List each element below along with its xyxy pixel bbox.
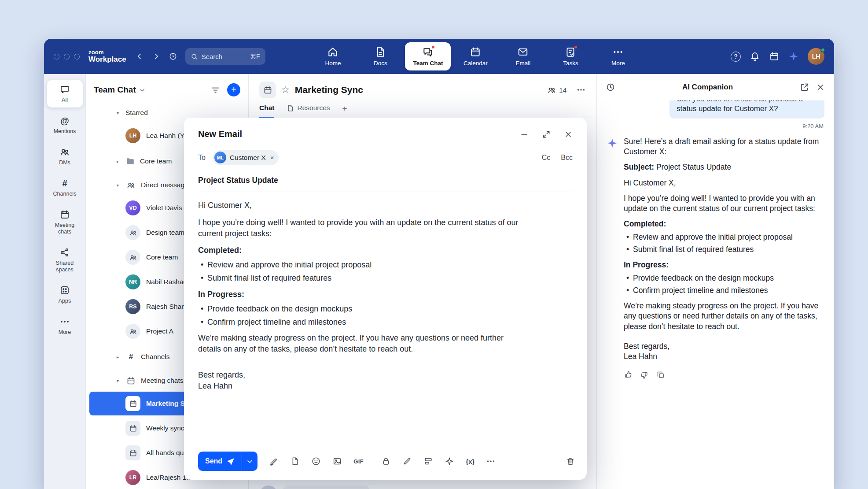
hash-icon: #	[59, 178, 70, 189]
fullscreen-window-button[interactable]	[74, 54, 80, 59]
zoom-workplace-logo: zoom Workplace	[88, 49, 126, 63]
recipient-chip[interactable]: ML Customer X ×	[213, 150, 279, 165]
help-icon[interactable]: ?	[731, 52, 741, 62]
pencil-icon[interactable]	[402, 456, 412, 466]
members-button[interactable]: 14	[547, 85, 566, 95]
nav-home[interactable]: Home	[310, 42, 356, 70]
avatar: VD	[125, 200, 140, 215]
nav-email[interactable]: Email	[500, 42, 546, 70]
email-body-editor[interactable]: Hi Customer X, I hope you’re doing well!…	[198, 200, 524, 445]
thumbs-down-icon[interactable]	[640, 370, 649, 379]
ai-compose-sparkle-icon[interactable]	[445, 456, 454, 466]
image-icon[interactable]	[332, 456, 342, 466]
user-prompt-bubble: Can you draft an email that provides a s…	[669, 100, 824, 119]
minimize-icon[interactable]	[520, 130, 529, 139]
open-in-new-icon[interactable]	[800, 82, 809, 92]
star-icon[interactable]: ☆	[281, 85, 290, 95]
rail-item-apps[interactable]: Apps	[47, 281, 83, 308]
emoji-icon[interactable]	[311, 456, 321, 466]
team-chat-title-dropdown[interactable]: Team Chat	[94, 85, 145, 95]
subject-field[interactable]: Project Status Update	[198, 176, 278, 185]
channel-more-icon[interactable]	[576, 85, 586, 95]
online-status-dot	[820, 48, 825, 52]
calendar-icon	[59, 209, 70, 220]
channel-title: Marketing Sync	[295, 85, 363, 95]
minimize-window-button[interactable]	[64, 54, 70, 59]
variables-icon[interactable]: {x}	[466, 456, 474, 466]
remove-recipient-icon[interactable]: ×	[270, 154, 274, 161]
signature-icon[interactable]	[269, 456, 279, 466]
people-icon	[59, 147, 70, 157]
rail-item-channels[interactable]: # Channels	[47, 174, 83, 201]
forward-icon[interactable]	[152, 52, 161, 61]
send-button[interactable]: Send	[198, 452, 242, 471]
avatar: NR	[125, 274, 140, 289]
rail-item-all[interactable]: All	[47, 80, 83, 107]
at-icon: @	[59, 115, 70, 126]
avatar: LH	[125, 128, 140, 143]
close-panel-icon[interactable]	[816, 82, 825, 92]
group-icon	[125, 225, 140, 240]
rail-item-more[interactable]: More	[47, 312, 83, 340]
member-count: 14	[559, 86, 566, 94]
filter-icon[interactable]	[211, 85, 220, 95]
left-rail: All @ Mentions DMs # Channels Meeting ch…	[44, 74, 86, 489]
tab-resources[interactable]: Resources	[287, 104, 330, 118]
nav-team-chat[interactable]: Team Chat	[405, 42, 451, 70]
ai-conversation[interactable]: Can you draft an email that provides a s…	[597, 100, 834, 489]
user-avatar[interactable]: LH	[808, 48, 824, 65]
search-input[interactable]: Search ⌘F	[185, 48, 265, 65]
ai-companion-sparkle-icon[interactable]	[788, 51, 799, 62]
nav-calendar[interactable]: Calendar	[452, 42, 498, 70]
nav-tasks[interactable]: Tasks	[548, 42, 593, 70]
add-tab-button[interactable]: +	[342, 104, 347, 118]
thumbs-up-icon[interactable]	[624, 370, 633, 379]
calendar-today-icon[interactable]	[769, 51, 780, 62]
nav-more[interactable]: More	[595, 42, 641, 70]
trash-icon[interactable]	[566, 456, 575, 466]
chevron-down-icon	[140, 87, 145, 93]
copy-icon[interactable]	[656, 370, 665, 379]
more-icon	[612, 46, 624, 58]
bcc-button[interactable]: Bcc	[561, 154, 573, 162]
caret-down-icon: ▾	[117, 111, 123, 115]
calendar-icon	[126, 376, 136, 385]
caret-right-icon: ▸	[117, 159, 123, 164]
ai-companion-panel: AI Companion Can you draft an email that…	[596, 74, 834, 489]
send-options-dropdown[interactable]	[242, 452, 257, 471]
close-icon[interactable]	[564, 130, 573, 139]
zoom-workplace-window: zoom Workplace Search ⌘F Home Docs Te	[44, 39, 834, 489]
ai-history-icon[interactable]	[606, 82, 615, 92]
people-icon	[547, 85, 556, 95]
search-placeholder: Search	[202, 53, 223, 60]
expand-icon[interactable]	[542, 130, 551, 139]
more-options-icon[interactable]	[486, 456, 496, 466]
template-icon[interactable]	[423, 456, 433, 466]
close-window-button[interactable]	[54, 54, 59, 59]
meeting-calendar-icon	[125, 421, 140, 436]
back-icon[interactable]	[135, 52, 144, 61]
meeting-calendar-icon	[125, 445, 140, 460]
email-icon	[517, 46, 529, 58]
modal-title: New Email	[198, 129, 242, 139]
history-icon[interactable]	[169, 52, 177, 61]
rail-item-shared-spaces[interactable]: Shared spaces	[47, 243, 83, 277]
nav-docs[interactable]: Docs	[357, 42, 403, 70]
cc-button[interactable]: Cc	[542, 154, 551, 162]
team-chat-notification-dot	[431, 45, 435, 49]
tasks-notification-dot	[574, 45, 578, 49]
recipient-name: Customer X	[230, 154, 266, 162]
tab-chat[interactable]: Chat	[259, 104, 274, 118]
channel-calendar-icon	[259, 82, 276, 98]
attach-file-icon[interactable]	[290, 456, 300, 466]
rail-item-meeting-chats[interactable]: Meeting chats	[47, 205, 83, 239]
notifications-bell-icon[interactable]	[750, 51, 760, 62]
rail-item-dms[interactable]: DMs	[47, 143, 83, 170]
caret-down-icon: ▾	[117, 378, 123, 383]
encrypt-lock-icon[interactable]	[381, 456, 391, 466]
new-email-modal: New Email To ML Customer X × Cc Bcc Proj…	[184, 118, 587, 480]
new-chat-button[interactable]: +	[227, 83, 240, 96]
to-label: To	[198, 154, 206, 162]
gif-icon[interactable]: GIF	[353, 456, 364, 466]
rail-item-mentions[interactable]: @ Mentions	[47, 111, 83, 139]
